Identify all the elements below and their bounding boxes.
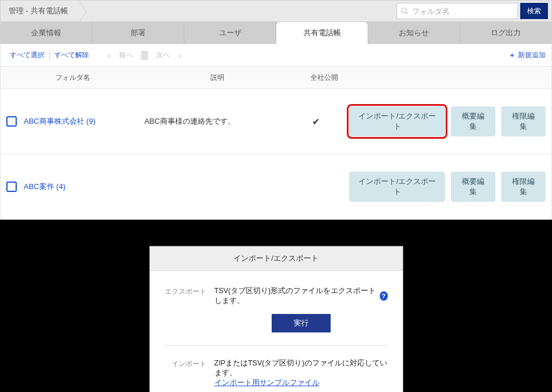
plus-icon: ＋: [509, 50, 516, 60]
svg-line-1: [406, 12, 408, 14]
table-row: ABC商事株式会社 (9) ABC商事様の連絡先です。 ✔ インポート/エクスポ…: [0, 89, 552, 154]
chevron-right-icon: ›: [175, 51, 185, 60]
check-icon: ✔: [312, 117, 320, 127]
svg-point-0: [402, 8, 406, 13]
select-all[interactable]: すべて選択: [6, 49, 48, 62]
search-button[interactable]: 検索: [520, 3, 548, 19]
divider: [165, 345, 388, 346]
deselect-all[interactable]: すべて解除: [51, 49, 92, 62]
tab-company[interactable]: 企業情報: [1, 22, 92, 44]
chevron-left-icon: ‹: [104, 51, 114, 60]
search-box[interactable]: [397, 3, 518, 19]
tab-shared-phonebook[interactable]: 共有電話帳: [276, 22, 368, 44]
col-name: フォルダ名: [1, 73, 145, 83]
column-header: フォルダ名 説明 全社公開: [0, 67, 552, 89]
header-bar: 管理 - 共有電話帳 検索: [0, 0, 552, 22]
col-desc: 説明: [145, 73, 290, 83]
search-input[interactable]: [409, 7, 514, 16]
import-label: インポート: [165, 358, 206, 392]
folder-link[interactable]: ABC案件 (4): [24, 182, 65, 191]
tabs: 企業情報 部署 ユーザ 共有電話帳 お知らせ ログ出力: [0, 22, 552, 44]
row-desc: ABC商事様の連絡先です。: [145, 116, 283, 127]
help-icon[interactable]: ?: [380, 291, 388, 301]
add-new[interactable]: ＋ 新規追加: [509, 50, 546, 60]
breadcrumb: 管理 - 共有電話帳: [1, 1, 79, 21]
row-checkbox[interactable]: [6, 182, 17, 192]
pager-next[interactable]: 次へ ›: [149, 50, 188, 60]
import-text: ZIPまたはTSV(タブ区切り)のファイルに対応しています。: [214, 358, 388, 378]
tab-announcements[interactable]: お知らせ: [368, 22, 460, 44]
sample-file-link[interactable]: インポート用サンプルファイル: [214, 379, 320, 387]
breadcrumb-text: 管理 - 共有電話帳: [9, 6, 68, 16]
pager: ‹ 前へ 次へ ›: [101, 50, 188, 60]
divider: [49, 51, 50, 60]
export-text: TSV(タブ区切り)形式のファイルをエクスポートします。: [214, 286, 376, 306]
export-label: エクスポート: [165, 286, 206, 332]
edit-permissions-button[interactable]: 権限編集: [501, 106, 546, 136]
modal-title: インポート/エクスポート: [150, 246, 403, 271]
tab-log-output[interactable]: ログ出力: [460, 22, 551, 44]
toolbar: すべて選択 すべて解除 ‹ 前へ 次へ › ＋ 新規追加: [0, 44, 552, 67]
edit-summary-button[interactable]: 概要編集: [451, 106, 495, 136]
row-checkbox[interactable]: [6, 116, 17, 127]
pager-prev[interactable]: ‹ 前へ: [101, 50, 140, 60]
table-row: ABC案件 (4) インポート/エクスポート 概要編集 権限編集: [0, 154, 552, 220]
tab-department[interactable]: 部署: [92, 22, 184, 44]
import-export-modal: インポート/エクスポート エクスポート TSV(タブ区切り)形式のファイルをエク…: [149, 246, 403, 392]
row-public: ✔: [283, 116, 349, 127]
tab-user[interactable]: ユーザ: [184, 22, 276, 44]
import-export-button[interactable]: インポート/エクスポート: [349, 172, 445, 202]
edit-permissions-button[interactable]: 権限編集: [501, 172, 546, 202]
search-icon: [401, 7, 409, 15]
divider: [141, 51, 148, 60]
import-export-button[interactable]: インポート/エクスポート: [349, 106, 445, 136]
col-public: 全社公開: [290, 73, 359, 83]
folder-link[interactable]: ABC商事株式会社 (9): [24, 117, 95, 125]
export-execute-button[interactable]: 実行: [272, 314, 331, 332]
edit-summary-button[interactable]: 概要編集: [451, 172, 495, 202]
